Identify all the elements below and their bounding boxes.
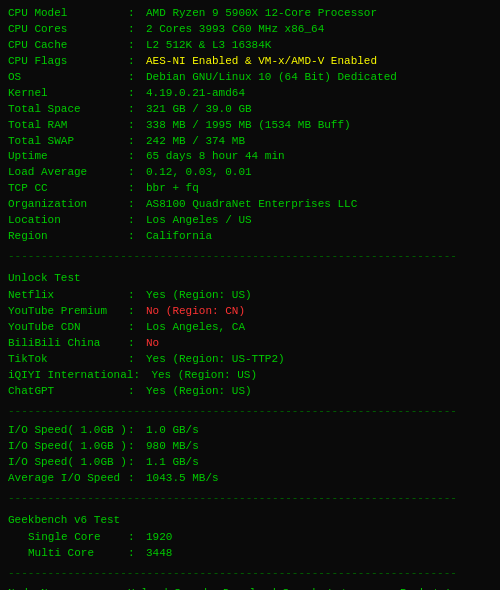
network1-header: Node Name Upload Speed Download Speed La…: [8, 586, 492, 590]
cpu-model-value: AMD Ryzen 9 5900X 12-Core Processor: [146, 6, 377, 22]
tcp-cc-row: TCP CC : bbr + fq: [8, 181, 492, 197]
io-speed3-label: I/O Speed( 1.0GB ): [8, 455, 128, 471]
kernel-row: Kernel : 4.19.0.21-amd64: [8, 86, 492, 102]
unlock-title-row: Unlock Test: [8, 269, 492, 288]
network1-section: Node Name Upload Speed Download Speed La…: [8, 586, 492, 590]
load-avg-value: 0.12, 0.03, 0.01: [146, 165, 252, 181]
netflix-row: Netflix : Yes (Region: US): [8, 288, 492, 304]
tcp-cc-value: bbr + fq: [146, 181, 199, 197]
total-swap-value: 242 MB / 374 MB: [146, 134, 245, 150]
divider-1: ----------------------------------------…: [8, 249, 492, 265]
cpu-model-label: CPU Model: [8, 6, 128, 22]
cpu-flags-value: AES-NI Enabled & VM-x/AMD-V Enabled: [146, 54, 377, 70]
tiktok-label: TikTok: [8, 352, 128, 368]
single-core-row: Single Core : 1920: [8, 530, 492, 546]
tcp-cc-label: TCP CC: [8, 181, 128, 197]
cpu-flags-row: CPU Flags : AES-NI Enabled & VM-x/AMD-V …: [8, 54, 492, 70]
net1-col-packet: Packet Loss: [400, 586, 480, 590]
net1-col-latency: Latency: [328, 586, 400, 590]
youtube-cdn-row: YouTube CDN : Los Angeles, CA: [8, 320, 492, 336]
divider-2: ----------------------------------------…: [8, 404, 492, 420]
cpu-flags-label: CPU Flags: [8, 54, 128, 70]
io-speed2-row: I/O Speed( 1.0GB ) : 980 MB/s: [8, 439, 492, 455]
location-value: Los Angeles / US: [146, 213, 252, 229]
cpu-cache-value: L2 512K & L3 16384K: [146, 38, 271, 54]
single-core-label: Single Core: [8, 530, 128, 546]
iqiyi-label: iQIYI International: [8, 368, 133, 384]
geekbench-title: Geekbench v6 Test: [8, 513, 120, 529]
total-space-value: 321 GB / 39.0 GB: [146, 102, 252, 118]
netflix-label: Netflix: [8, 288, 128, 304]
youtube-premium-row: YouTube Premium : No (Region: CN): [8, 304, 492, 320]
tiktok-value: Yes (Region: US-TTP2): [146, 352, 285, 368]
region-label: Region: [8, 229, 128, 245]
total-ram-row: Total RAM : 338 MB / 1995 MB (1534 MB Bu…: [8, 118, 492, 134]
multi-core-row: Multi Core : 3448: [8, 546, 492, 562]
uptime-row: Uptime : 65 days 8 hour 44 min: [8, 149, 492, 165]
uptime-value: 65 days 8 hour 44 min: [146, 149, 285, 165]
load-avg-label: Load Average: [8, 165, 128, 181]
cpu-cores-label: CPU Cores: [8, 22, 128, 38]
os-value: Debian GNU/Linux 10 (64 Bit) Dedicated: [146, 70, 397, 86]
divider-3: ----------------------------------------…: [8, 491, 492, 507]
io-speed1-value: 1.0 GB/s: [146, 423, 199, 439]
chatgpt-label: ChatGPT: [8, 384, 128, 400]
single-core-value: 1920: [146, 530, 172, 546]
cpu-cache-row: CPU Cache : L2 512K & L3 16384K: [8, 38, 492, 54]
location-label: Location: [8, 213, 128, 229]
total-ram-value: 338 MB / 1995 MB (1534 MB Buff): [146, 118, 351, 134]
total-swap-row: Total SWAP : 242 MB / 374 MB: [8, 134, 492, 150]
uptime-label: Uptime: [8, 149, 128, 165]
io-speed2-label: I/O Speed( 1.0GB ): [8, 439, 128, 455]
chatgpt-row: ChatGPT : Yes (Region: US): [8, 384, 492, 400]
unlock-title: Unlock Test: [8, 271, 81, 287]
unlock-section: Unlock Test Netflix : Yes (Region: US) Y…: [8, 269, 492, 400]
bilibili-label: BiliBili China: [8, 336, 128, 352]
net1-col-download: Download Speed: [223, 586, 328, 590]
tiktok-row: TikTok : Yes (Region: US-TTP2): [8, 352, 492, 368]
geekbench-section: Geekbench v6 Test Single Core : 1920 Mul…: [8, 511, 492, 562]
kernel-value: 4.19.0.21-amd64: [146, 86, 245, 102]
netflix-value: Yes (Region: US): [146, 288, 252, 304]
net1-col-upload: Upload Speed: [128, 586, 223, 590]
multi-core-label: Multi Core: [8, 546, 128, 562]
io-speed1-label: I/O Speed( 1.0GB ): [8, 423, 128, 439]
cpu-model-row: CPU Model : AMD Ryzen 9 5900X 12-Core Pr…: [8, 6, 492, 22]
youtube-cdn-value: Los Angeles, CA: [146, 320, 245, 336]
cpu-cache-label: CPU Cache: [8, 38, 128, 54]
org-label: Organization: [8, 197, 128, 213]
io-speed3-row: I/O Speed( 1.0GB ) : 1.1 GB/s: [8, 455, 492, 471]
bilibili-value: No: [146, 336, 159, 352]
total-space-label: Total Space: [8, 102, 128, 118]
kernel-label: Kernel: [8, 86, 128, 102]
bilibili-row: BiliBili China : No: [8, 336, 492, 352]
total-swap-label: Total SWAP: [8, 134, 128, 150]
youtube-premium-label: YouTube Premium: [8, 304, 128, 320]
geekbench-title-row: Geekbench v6 Test: [8, 511, 492, 530]
io-speed1-row: I/O Speed( 1.0GB ) : 1.0 GB/s: [8, 423, 492, 439]
io-speed2-value: 980 MB/s: [146, 439, 199, 455]
org-value: AS8100 QuadraNet Enterprises LLC: [146, 197, 357, 213]
org-row: Organization : AS8100 QuadraNet Enterpri…: [8, 197, 492, 213]
location-row: Location : Los Angeles / US: [8, 213, 492, 229]
region-value: California: [146, 229, 212, 245]
youtube-premium-value: No (Region: CN): [146, 304, 245, 320]
iqiyi-row: iQIYI International : Yes (Region: US): [8, 368, 492, 384]
total-ram-label: Total RAM: [8, 118, 128, 134]
divider-4: ----------------------------------------…: [8, 566, 492, 582]
io-avg-value: 1043.5 MB/s: [146, 471, 219, 487]
net1-col-node: Node Name: [8, 586, 128, 590]
io-speed3-value: 1.1 GB/s: [146, 455, 199, 471]
load-avg-row: Load Average : 0.12, 0.03, 0.01: [8, 165, 492, 181]
total-space-row: Total Space : 321 GB / 39.0 GB: [8, 102, 492, 118]
io-avg-label: Average I/O Speed: [8, 471, 128, 487]
os-row: OS : Debian GNU/Linux 10 (64 Bit) Dedica…: [8, 70, 492, 86]
os-label: OS: [8, 70, 128, 86]
region-row: Region : California: [8, 229, 492, 245]
sysinfo-section: CPU Model : AMD Ryzen 9 5900X 12-Core Pr…: [8, 6, 492, 245]
io-avg-row: Average I/O Speed : 1043.5 MB/s: [8, 471, 492, 487]
chatgpt-value: Yes (Region: US): [146, 384, 252, 400]
cpu-cores-value: 2 Cores 3993 C60 MHz x86_64: [146, 22, 324, 38]
multi-core-value: 3448: [146, 546, 172, 562]
io-section: I/O Speed( 1.0GB ) : 1.0 GB/s I/O Speed(…: [8, 423, 492, 487]
